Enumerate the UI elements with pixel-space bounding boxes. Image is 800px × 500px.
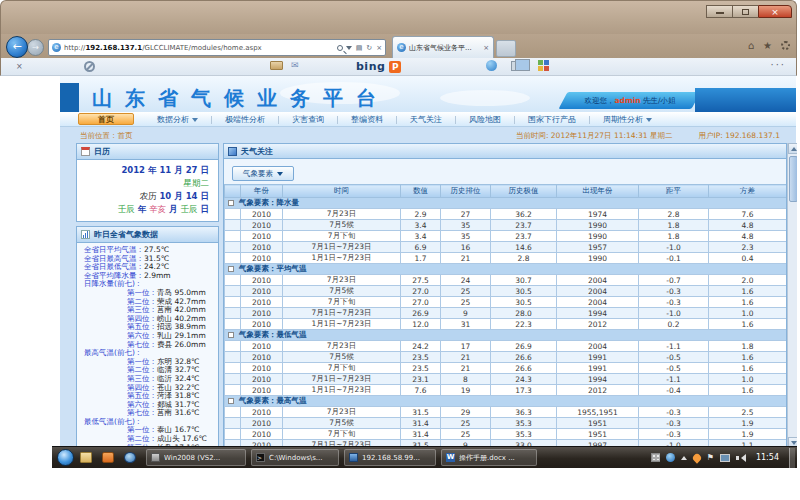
tab-title[interactable]: 山东省气候业务平... (409, 43, 483, 53)
table-cell: -0.3 (639, 418, 709, 429)
tab-close-icon[interactable]: × (483, 44, 489, 52)
scroll-down-button[interactable] (788, 437, 797, 446)
search-icon[interactable] (337, 45, 343, 51)
community-icon[interactable] (538, 60, 549, 71)
row-checkbox-cell (225, 242, 241, 253)
column-header[interactable]: 时间 (283, 185, 401, 198)
refresh-icon[interactable]: ↻ (366, 44, 372, 52)
table-cell: 2010 (241, 242, 283, 253)
back-button[interactable]: ← (6, 36, 28, 58)
column-header[interactable]: 方差 (709, 185, 787, 198)
table-cell: -1.1 (639, 341, 709, 352)
nav-item-3[interactable]: 灾害查询 (279, 114, 337, 125)
table-cell: -1.0 (639, 308, 709, 319)
maximize-button[interactable] (732, 5, 758, 18)
table-cell: 35.3 (491, 418, 557, 429)
table-cell: 0.4 (709, 253, 787, 264)
explorer-icon[interactable] (80, 452, 92, 463)
address-bar[interactable]: e http://192.168.137.1/GLCCLIMATE/module… (48, 39, 386, 56)
table-cell: 1.6 (709, 297, 787, 308)
nav-item-8[interactable]: 周期性分析 (590, 114, 665, 125)
taskbar-button-1[interactable]: Win2008 (VS2... (146, 449, 246, 466)
taskbar-button-4[interactable]: W操作手册.docx ... (441, 449, 537, 466)
scroll-up-button[interactable] (788, 143, 797, 154)
table-cell: 23.7 (491, 231, 557, 242)
vertical-scrollbar[interactable] (787, 143, 797, 446)
nav-item-home[interactable]: 首页 (78, 113, 134, 125)
column-header[interactable]: 历史排位 (441, 185, 491, 198)
forward-button[interactable]: → (27, 39, 44, 56)
minimize-button[interactable] (706, 5, 732, 18)
checkbox[interactable] (228, 332, 234, 338)
table-group-row: 气象要素：最高气温 (225, 396, 787, 407)
gear-icon[interactable] (781, 41, 790, 50)
stop-badge-icon (84, 61, 95, 72)
photos-icon[interactable] (511, 61, 524, 71)
nav-item-1[interactable]: 数据分析 (144, 114, 211, 125)
table-cell: 12.0 (401, 319, 441, 330)
weather-focus-title: 天气关注 (241, 146, 273, 157)
cloud-decoration (440, 90, 530, 106)
task-buttons: Win2008 (VS2...>_C:\Windows\s...192.168.… (146, 449, 542, 466)
pinned-app-icon[interactable] (102, 452, 114, 463)
checkbox[interactable] (228, 398, 234, 404)
nav-item-7[interactable]: 国家下行产品 (515, 114, 589, 125)
bing-logo[interactable]: bing (356, 60, 385, 73)
column-header[interactable]: 年份 (241, 185, 283, 198)
media-player-icon[interactable] (124, 452, 136, 463)
table-cell: 24.3 (491, 374, 557, 385)
close-button[interactable]: × (758, 5, 792, 18)
table-cell: 2010 (241, 209, 283, 220)
tray-app-icon[interactable] (666, 453, 675, 462)
start-button[interactable] (57, 449, 74, 466)
network-icon[interactable] (720, 454, 730, 462)
table-cell: 36.2 (491, 209, 557, 220)
nav-item-5[interactable]: 天气关注 (397, 114, 455, 125)
show-desktop-button[interactable] (789, 448, 795, 468)
home-icon[interactable]: ⌂ (748, 40, 754, 51)
url-text[interactable]: http://192.168.137.1/GLCCLIMATE/modules/… (64, 44, 333, 52)
table-cell: 7月5候 (283, 352, 401, 363)
table-cell: 17.3 (491, 385, 557, 396)
taskbar-clock[interactable]: 11:54 (756, 453, 779, 462)
overflow-dots-icon[interactable]: ··· (770, 59, 786, 70)
stop-icon[interactable]: × (376, 44, 382, 52)
browser-tab[interactable]: e 山东省气候业务平... × (392, 36, 494, 58)
compatibility-icon[interactable]: ▤ (356, 44, 363, 52)
column-header[interactable]: 出现年份 (557, 185, 639, 198)
card-icon[interactable] (270, 61, 283, 70)
nav-item-6[interactable]: 风险地图 (456, 114, 514, 125)
table-cell: 2004 (557, 297, 639, 308)
table-cell: 1.6 (709, 352, 787, 363)
action-center-flag-icon[interactable]: ⚑ (707, 454, 714, 462)
table-cell: 1951 (557, 418, 639, 429)
table-cell: 1月1日~7月23日 (283, 253, 401, 264)
table-cell: 7.6 (401, 385, 441, 396)
scrollbar-thumb[interactable] (789, 156, 797, 202)
speaker-icon[interactable] (736, 454, 746, 462)
tray-orange-icon[interactable] (691, 452, 702, 463)
checkbox[interactable] (228, 266, 234, 272)
language-indicator-icon[interactable] (651, 453, 660, 462)
table-group-row: 气象要素：平均气温 (225, 264, 787, 275)
taskbar-button-3[interactable]: 192.168.58.99... (344, 449, 436, 466)
calendar-panel-header: 日历 (77, 144, 218, 160)
checkbox[interactable] (228, 200, 234, 206)
column-header[interactable]: 历史极值 (491, 185, 557, 198)
favorites-icon[interactable]: ★ (763, 40, 772, 51)
pinyin-indicator-icon[interactable]: P (389, 61, 401, 73)
nav-item-4[interactable]: 整编资料 (338, 114, 396, 125)
row-checkbox-cell (225, 352, 241, 363)
nav-item-2[interactable]: 极端性分析 (212, 114, 278, 125)
new-tab-button[interactable] (496, 40, 516, 57)
close-pane-icon[interactable]: × (16, 62, 23, 71)
search-dropdown-icon[interactable] (346, 46, 352, 50)
mail-icon[interactable]: ✉ (291, 61, 299, 70)
messenger-icon[interactable] (486, 60, 497, 71)
element-filter-button[interactable]: 气象要素 (232, 166, 294, 181)
column-header[interactable]: 数值 (401, 185, 441, 198)
hidden-icons-arrow[interactable] (681, 456, 687, 460)
bing-search[interactable]: bing P (356, 60, 401, 73)
taskbar-button-2[interactable]: >_C:\Windows\s... (251, 449, 339, 466)
column-header[interactable]: 距平 (639, 185, 709, 198)
